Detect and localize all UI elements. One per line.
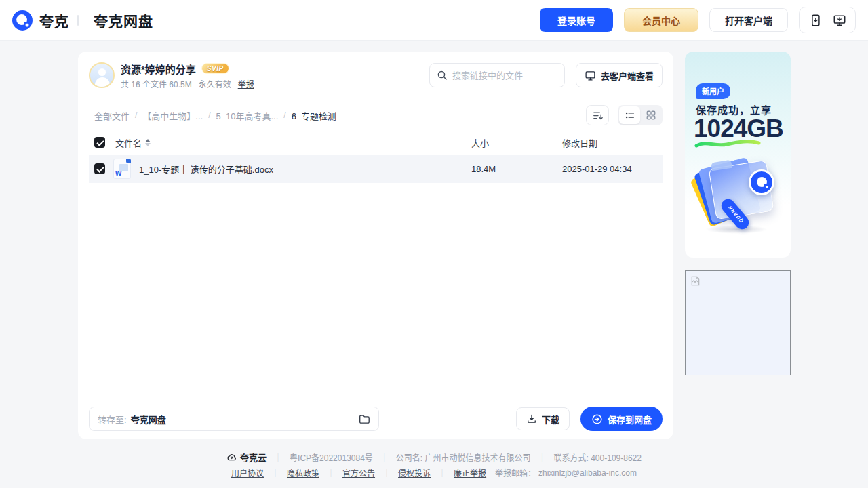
broken-image-icon [690, 275, 701, 287]
column-size-label: 大小 [471, 136, 562, 149]
avatar [89, 62, 115, 88]
login-button[interactable]: 登录账号 [540, 8, 613, 32]
breadcrumb-separator: / [283, 110, 285, 120]
header-actions: 登录账号 会员中心 打开客户端 [540, 7, 856, 33]
report-email-label: 举报邮箱： [495, 467, 536, 479]
file-name[interactable]: 1_10-专题十 遗传的分子基础.docx [139, 163, 273, 176]
report-link[interactable]: 举报 [238, 78, 254, 89]
footer-brand: 夸克云 [226, 451, 267, 464]
column-name-label: 文件名 [115, 136, 142, 149]
mobile-download-icon[interactable] [808, 14, 822, 27]
quark-logo-badge [749, 169, 774, 195]
folder-illustration: QUARK [696, 155, 780, 239]
validity: 永久有效 [199, 78, 231, 89]
footer-link-terms[interactable]: 用户协议 [231, 467, 264, 479]
footer-link-announcement[interactable]: 官方公告 [342, 467, 375, 479]
sort-icon [592, 110, 604, 121]
name-sort-icon[interactable] [145, 139, 151, 146]
footer-icp: 粤ICP备2022013084号 [290, 451, 373, 463]
file-table-header: 文件名 大小 修改日期 [89, 132, 663, 152]
save-destination-picker[interactable]: 转存至: 夸克网盘 [89, 407, 379, 431]
footer-info: 夸克云 ｜ 粤ICP备2022013084号 ｜ 公司名: 广州市动悦信息技术有… [0, 451, 868, 464]
file-date: 2025-01-29 04:34 [562, 164, 663, 174]
save-to-label: 转存至: [98, 413, 127, 426]
footer-separator: ｜ [271, 467, 279, 479]
footer-company: 公司名: 广州市动悦信息技术有限公司 [396, 451, 531, 463]
promo-banner[interactable]: 新用户 保存成功，立享 1024GB QUARK [685, 52, 791, 258]
share-title: 资源*婷婷的分享 [121, 62, 196, 76]
green-swoosh [694, 138, 762, 149]
cloud-save-icon [591, 413, 603, 425]
sort-order-button[interactable] [586, 105, 609, 125]
breadcrumb-separator: / [208, 110, 210, 120]
file-count: 共 16 个文件 60.5M [121, 78, 192, 89]
top-header: 夸克 夸克网盘 登录账号 会员中心 打开客户端 [0, 0, 868, 41]
list-view-icon [625, 110, 635, 121]
report-email: zhixinlzjb@alibaba-inc.com [538, 468, 637, 478]
share-meta: 共 16 个文件 60.5M 永久有效 举报 [121, 78, 254, 89]
broken-ad-placeholder [685, 270, 791, 375]
quark-logo-icon[interactable] [12, 10, 33, 30]
grid-view-button[interactable] [640, 106, 661, 124]
brand-name: 夸克 [39, 10, 69, 30]
download-button[interactable]: 下载 [516, 407, 570, 430]
save-to-drive-label: 保存到网盘 [608, 413, 652, 426]
product-name: 夸克网盘 [94, 10, 153, 30]
folder-icon[interactable] [358, 413, 370, 425]
table-row[interactable]: w 1_10-专题十 遗传的分子基础.docx 18.4M 2025-01-29… [89, 155, 663, 183]
share-info: 资源*婷婷的分享 SVIP 共 16 个文件 60.5M 永久有效 举报 [121, 62, 254, 89]
save-to-value: 夸克网盘 [131, 413, 166, 426]
list-view-button[interactable] [619, 106, 640, 124]
search-box[interactable] [429, 63, 565, 87]
breadcrumb-item-1[interactable]: 【高中生物】... [142, 109, 203, 122]
breadcrumb-separator: / [135, 110, 137, 120]
search-input[interactable] [452, 70, 547, 81]
view-in-client-button[interactable]: 去客户端查看 [576, 63, 663, 87]
breadcrumb-item-2[interactable]: 5_10年高考真... [216, 109, 279, 122]
save-to-drive-button[interactable]: 保存到网盘 [580, 407, 663, 431]
svip-badge: SVIP [201, 63, 229, 74]
row-checkbox[interactable] [94, 163, 105, 174]
footer-brand-name: 夸克云 [240, 451, 267, 464]
word-file-icon: w [113, 159, 131, 179]
page: 夸克 夸克网盘 登录账号 会员中心 打开客户端 [0, 0, 868, 488]
open-client-button[interactable]: 打开客户端 [709, 8, 788, 32]
breadcrumb: 全部文件 / 【高中生物】... / 5_10年高考真... / 6_专题检测 [94, 105, 663, 125]
column-date-label: 修改日期 [562, 136, 663, 149]
download-apps-group [799, 7, 856, 33]
file-size: 18.4M [471, 164, 562, 174]
share-panel: 资源*婷婷的分享 SVIP 共 16 个文件 60.5M 永久有效 举报 [78, 52, 673, 439]
download-label: 下载 [542, 413, 559, 426]
logo-divider [77, 15, 79, 26]
footer-links: 用户协议 ｜ 隐私政策 ｜ 官方公告 ｜ 侵权投诉 ｜ 廉正举报 举报邮箱： z… [0, 467, 868, 479]
view-in-client-label: 去客户端查看 [601, 69, 654, 82]
breadcrumb-item-root[interactable]: 全部文件 [94, 109, 130, 122]
breadcrumb-item-current: 6_专题检测 [292, 109, 336, 122]
select-all-checkbox[interactable] [94, 137, 105, 148]
footer-link-privacy[interactable]: 隐私政策 [287, 467, 319, 479]
footer-link-infringement[interactable]: 侵权投诉 [398, 467, 431, 479]
desktop-download-icon[interactable] [833, 14, 846, 27]
monitor-icon [585, 70, 596, 81]
new-user-badge: 新用户 [696, 83, 730, 99]
cloud-logo-icon [226, 452, 237, 463]
share-header: 资源*婷婷的分享 SVIP 共 16 个文件 60.5M 永久有效 举报 [89, 62, 663, 89]
view-mode-toggle [618, 105, 663, 125]
vip-center-button[interactable]: 会员中心 [624, 8, 698, 32]
grid-view-icon [646, 110, 656, 121]
footer-separator: ｜ [382, 467, 391, 479]
footer-separator: ｜ [327, 467, 335, 479]
footer-separator: ｜ [274, 451, 282, 463]
action-bar: 转存至: 夸克网盘 下载 保存 [89, 407, 663, 431]
download-icon [526, 413, 537, 424]
footer-separator: ｜ [538, 451, 547, 463]
footer-separator: ｜ [438, 467, 446, 479]
view-controls [586, 105, 663, 125]
footer-contact: 联系方式: 400-109-8622 [554, 451, 642, 463]
footer-separator: ｜ [380, 451, 389, 463]
search-icon [437, 70, 448, 81]
footer-link-integrity[interactable]: 廉正举报 [454, 467, 486, 479]
